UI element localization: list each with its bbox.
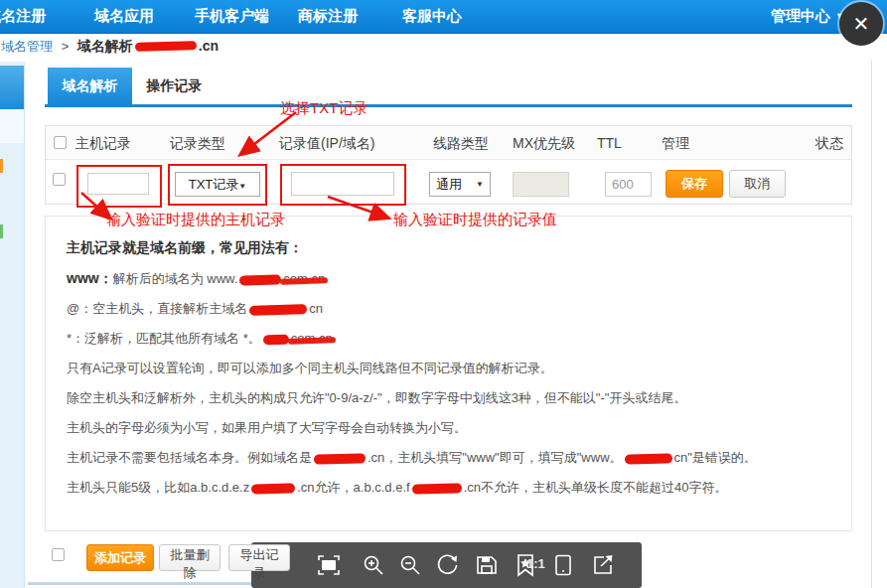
export-records-button[interactable]: 导出记录 — [228, 544, 290, 571]
help-line: 主机头的字母必须为小写，如果用户填了大写字母会自动转换为小写。 — [67, 413, 833, 443]
screenshot-root: 域名注册域名应用手机客户端商标注册客服中心 管理中心▼ ✕ 域名管理 > 域名解… — [0, 0, 887, 588]
column-header: 记录类型 — [170, 135, 225, 153]
record-table: 主机记录记录类型记录值(IP/域名)线路类型MX优先级TTL管理状态 TXT记录… — [45, 125, 852, 205]
help-text-panel: 主机记录就是域名前缀，常见用法有：www：解析后的域名为 www.com.cn@… — [45, 216, 852, 531]
record-type-value: TXT记录▼ — [176, 176, 259, 194]
background-orange-sliver — [0, 159, 3, 173]
help-text-segment: 主机记录就是域名前缀，常见用法有： — [67, 239, 303, 255]
column-header: MX优先级 — [513, 135, 575, 153]
help-line: 主机记录就是域名前缀，常见用法有： — [67, 232, 833, 263]
nav-item-1[interactable]: 域名注册 — [0, 7, 46, 26]
ttl-input[interactable] — [605, 172, 652, 197]
redacted-domain-name — [135, 41, 197, 52]
help-line: 主机记录不需要包括域名本身。例如域名是.cn，主机头填写"www"即可，填写成"… — [67, 443, 833, 473]
redacted-text — [263, 334, 289, 345]
bottom-divider — [28, 582, 252, 585]
column-header: 主机记录 — [75, 135, 131, 153]
redacted-text — [249, 304, 307, 316]
help-text-segment: cn — [309, 301, 323, 316]
cancel-button[interactable]: 取消 — [729, 170, 786, 198]
zoom-in-icon[interactable] — [362, 553, 385, 577]
account-menu[interactable]: 管理中心▼ — [771, 7, 844, 26]
device-icon[interactable] — [551, 553, 575, 577]
column-header: 记录值(IP/域名) — [279, 135, 374, 153]
redacted-text — [412, 483, 462, 494]
bookmark-star-icon[interactable] — [514, 553, 537, 577]
help-text-segment: .cn不允许，主机头单级长度不能超过40字符。 — [464, 480, 728, 495]
batch-delete-button[interactable]: 批量删除 — [159, 544, 221, 571]
select-all-checkbox[interactable] — [54, 136, 67, 149]
help-text-segment: *：泛解析，匹配其他所有域名 *。 — [67, 331, 261, 346]
breadcrumb-current: 域名解析 — [77, 38, 133, 54]
tab-domain-resolution[interactable]: 域名解析 — [48, 68, 132, 104]
background-green-sliver — [0, 224, 3, 238]
line-type-select[interactable]: 通用 ▼ — [429, 172, 491, 197]
row-checkbox[interactable] — [53, 173, 66, 186]
rotate-icon[interactable] — [436, 553, 460, 577]
help-text-segment: 解析后的域名为 www. — [113, 271, 238, 286]
nav-item-4[interactable]: 商标注册 — [298, 7, 358, 26]
help-text-segment: .cn允许，a.b.c.d.e.f — [297, 480, 409, 495]
mx-priority-input — [513, 172, 569, 197]
help-text-segment: www： — [67, 270, 113, 286]
help-line: 只有A记录可以设置轮询，即可以添加多个同主机头同线路但不同记录值的解析记录。 — [67, 354, 833, 383]
record-type-select[interactable]: TXT记录▼ — [175, 172, 260, 197]
close-button[interactable]: ✕ — [839, 2, 883, 46]
breadcrumb-domain-suffix: .cn — [199, 38, 219, 54]
callout-select-txt: 选择TXT记录 — [280, 99, 368, 118]
add-record-button[interactable]: 添加记录 — [86, 544, 154, 571]
help-line: 主机头只能5级，比如a.b.c.d.e.z.cn允许，a.b.c.d.e.f.c… — [67, 473, 833, 503]
line-type-value: 通用 — [436, 176, 476, 194]
help-text-segment: com.cn — [283, 271, 325, 286]
redacted-text — [624, 453, 671, 464]
callout-host-record: 输入验证时提供的主机记录 — [106, 211, 285, 229]
redacted-text — [239, 274, 281, 285]
screenshot-toolbar: 1:1 — [251, 542, 642, 588]
help-text-segment: com.cn — [291, 331, 333, 346]
column-header: 管理 — [662, 135, 689, 153]
panel-right-border — [871, 60, 872, 588]
footer-select-all-checkbox[interactable] — [52, 548, 65, 561]
breadcrumb: 域名管理 > 域名解析.cn — [1, 38, 219, 56]
top-nav-bar: 域名注册域名应用手机客户端商标注册客服中心 管理中心▼ — [0, 0, 887, 34]
help-text-segment: 主机头的字母必须为小写，如果用户填了大写字母会自动转换为小写。 — [67, 420, 467, 435]
column-header: 线路类型 — [433, 135, 489, 153]
breadcrumb-separator: > — [62, 39, 70, 54]
save-icon[interactable] — [475, 553, 499, 577]
redacted-text — [251, 483, 295, 494]
tab-underline — [45, 104, 852, 107]
record-value-input[interactable] — [291, 172, 394, 196]
redacted-text — [314, 453, 366, 464]
fit-screen-icon[interactable] — [317, 553, 341, 577]
select-caret-icon: ▼ — [476, 180, 484, 189]
save-button[interactable]: 保存 — [665, 170, 723, 198]
close-icon: ✕ — [853, 13, 870, 35]
callout-record-value: 输入验证时提供的记录值 — [393, 211, 557, 229]
help-line: *：泛解析，匹配其他所有域名 *。com.cn — [67, 324, 833, 354]
help-line: @：空主机头，直接解析主域名cn — [67, 294, 833, 324]
nav-item-3[interactable]: 手机客户端 — [195, 7, 269, 26]
help-text-segment: cn"是错误的。 — [674, 450, 757, 465]
host-record-input[interactable] — [87, 173, 149, 195]
help-text-segment: 只有A记录可以设置轮询，即可以添加多个同主机头同线路但不同记录值的解析记录。 — [67, 361, 553, 375]
help-text-segment: 主机头只能5级，比如a.b.c.d.e.z — [67, 480, 249, 495]
background-sidebar-active-block — [0, 66, 24, 109]
record-table-header: 主机记录记录类型记录值(IP/域名)线路类型MX优先级TTL管理状态 — [46, 126, 851, 160]
column-header: 状态 — [815, 135, 843, 153]
nav-item-5[interactable]: 客服中心 — [402, 7, 462, 26]
zoom-out-icon[interactable] — [398, 553, 422, 577]
account-menu-label: 管理中心 — [771, 7, 830, 24]
help-line: www：解析后的域名为 www.com.cn — [67, 263, 833, 294]
tab-operation-log[interactable]: 操作记录 — [132, 68, 217, 104]
column-header: TTL — [597, 135, 622, 151]
help-text-segment: @：空主机头，直接解析主域名 — [67, 301, 247, 316]
help-text-segment: 除空主机头和泛解析外，主机头的构成只允许"0-9/a-z/-"，即数字字母中划线… — [67, 390, 686, 405]
background-sidebar-light-block — [0, 109, 24, 143]
share-icon[interactable] — [591, 553, 615, 577]
help-line: 除空主机头和泛解析外，主机头的构成只允许"0-9/a-z/-"，即数字字母中划线… — [67, 383, 833, 413]
help-text-segment: .cn，主机头填写"www"即可，填写成"www。 — [368, 450, 623, 465]
nav-item-2[interactable]: 域名应用 — [94, 7, 154, 26]
help-text-segment: 主机记录不需要包括域名本身。例如域名是 — [67, 450, 312, 465]
select-caret-icon: ▼ — [238, 182, 246, 191]
breadcrumb-domain-management[interactable]: 域名管理 — [1, 39, 53, 54]
